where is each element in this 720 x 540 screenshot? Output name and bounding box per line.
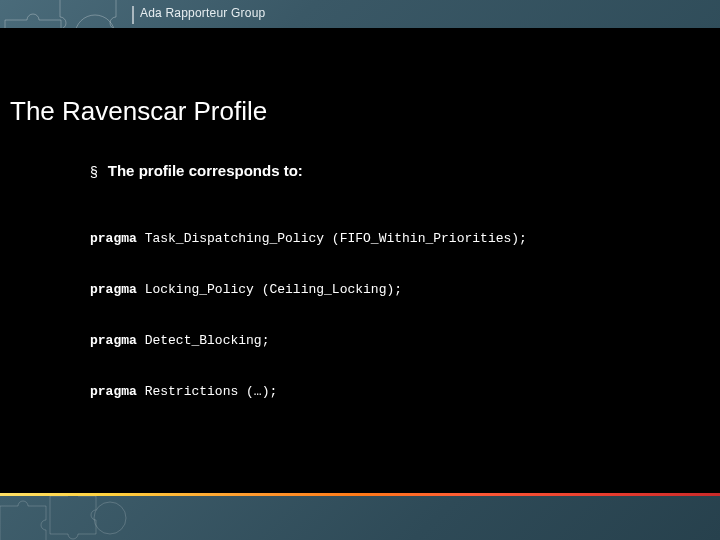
footer-decoration [0,496,720,540]
code-rest: Restrictions (…); [145,384,278,399]
content-area: § The profile corresponds to: pragma Tas… [90,162,650,434]
bullet-row: § The profile corresponds to: [90,162,650,182]
code-rest: Task_Dispatching_Policy (FIFO_Within_Pri… [145,231,527,246]
slide-title: The Ravenscar Profile [10,96,267,127]
svg-point-2 [94,502,126,534]
header-group-label: Ada Rapporteur Group [140,6,265,20]
code-keyword: pragma [90,231,137,246]
code-line: pragma Locking_Policy (Ceiling_Locking); [90,281,650,298]
code-line: pragma Detect_Blocking; [90,332,650,349]
code-line: pragma Task_Dispatching_Policy (FIFO_Wit… [90,230,650,247]
slide: Ada Rapporteur Group The Ravenscar Profi… [0,0,720,540]
code-block: pragma Task_Dispatching_Policy (FIFO_Wit… [90,196,650,434]
footer-band [0,496,720,540]
code-keyword: pragma [90,384,137,399]
bullet-text: The profile corresponds to: [108,162,303,179]
code-line: pragma Restrictions (…); [90,383,650,400]
code-keyword: pragma [90,333,137,348]
code-rest: Detect_Blocking; [145,333,270,348]
code-rest: Locking_Policy (Ceiling_Locking); [145,282,402,297]
bullet-marker: § [90,162,98,182]
code-keyword: pragma [90,282,137,297]
header-divider [132,6,134,24]
